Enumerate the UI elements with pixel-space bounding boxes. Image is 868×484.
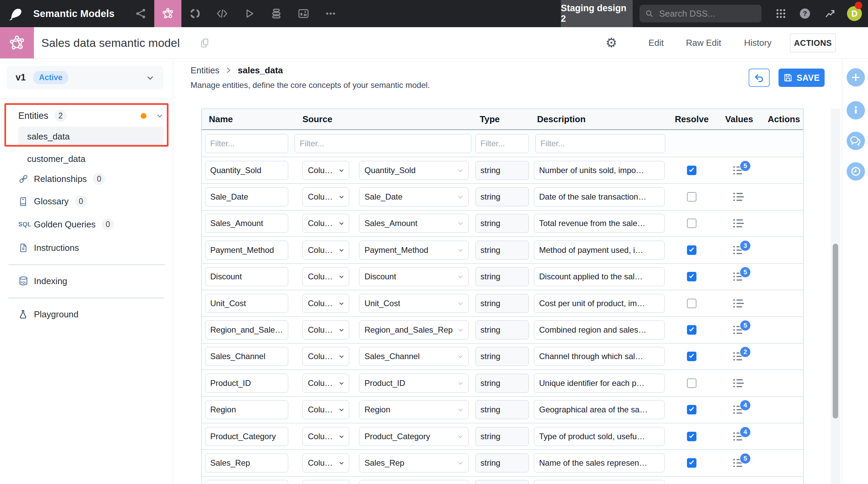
scrollbar-thumb[interactable]	[833, 244, 838, 418]
source-column-select[interactable]: Product_Category	[359, 427, 469, 446]
source-kind-select[interactable]: Column	[302, 374, 349, 393]
resolve-checkbox[interactable]	[687, 458, 696, 468]
source-kind-select[interactable]: Column	[302, 400, 349, 419]
entity-name-input[interactable]	[205, 347, 288, 366]
source-column-select[interactable]: Unit_Cost	[359, 294, 469, 313]
gear-icon[interactable]: ⚙	[606, 27, 617, 58]
entity-name-input[interactable]	[205, 187, 288, 206]
sidebar-item-customer-data[interactable]: customer_data	[18, 149, 163, 169]
filter-description-input[interactable]	[535, 134, 665, 153]
breadcrumb-entities[interactable]: Entities	[191, 65, 219, 76]
sidebar-item-sales-data[interactable]: sales_data	[18, 127, 163, 146]
comments-button[interactable]	[847, 132, 865, 150]
entity-name-input[interactable]	[205, 480, 288, 484]
entity-description-input[interactable]	[534, 294, 665, 313]
semantic-models-icon[interactable]	[154, 0, 181, 27]
run-icon[interactable]	[236, 0, 263, 27]
entity-type-input[interactable]	[475, 294, 529, 313]
resolve-checkbox[interactable]	[687, 378, 696, 388]
entity-name-input[interactable]	[205, 320, 288, 339]
apps-grid-icon[interactable]	[773, 0, 788, 27]
entity-type-input[interactable]	[475, 214, 529, 233]
values-list-button[interactable]: 5	[733, 458, 745, 468]
resolve-checkbox[interactable]	[687, 299, 696, 308]
save-button[interactable]: SAVE	[778, 69, 825, 87]
jobs-icon[interactable]	[263, 0, 290, 27]
entity-description-input[interactable]	[534, 320, 665, 339]
source-kind-select[interactable]: Column	[302, 320, 349, 339]
source-kind-select[interactable]: Column	[302, 214, 349, 233]
entity-type-input[interactable]	[475, 453, 529, 472]
entity-type-input[interactable]	[475, 400, 529, 419]
project-selector[interactable]: Staging design 2	[561, 0, 633, 27]
values-list-button[interactable]: 5	[733, 271, 745, 282]
entity-description-input[interactable]	[534, 453, 665, 472]
entity-name-input[interactable]	[205, 161, 288, 180]
search-input[interactable]	[658, 8, 756, 19]
search-bar[interactable]	[639, 5, 762, 22]
sidebar-item-glossary[interactable]: Glossary 0	[18, 192, 164, 210]
entity-type-input[interactable]	[475, 480, 529, 484]
source-kind-select[interactable]: Column	[302, 347, 349, 366]
resolve-checkbox[interactable]	[687, 432, 696, 441]
info-button[interactable]	[847, 101, 865, 119]
source-column-select[interactable]: Quantity_Sold	[359, 161, 469, 180]
entity-description-input[interactable]	[534, 427, 665, 446]
filter-source-input[interactable]	[295, 134, 471, 153]
source-kind-select[interactable]: Column	[302, 241, 349, 260]
lab-icon[interactable]	[181, 0, 209, 27]
add-button[interactable]	[847, 68, 865, 87]
resolve-checkbox[interactable]	[687, 272, 696, 281]
values-list-button[interactable]: 2	[733, 351, 745, 362]
source-kind-select[interactable]: Column	[302, 187, 349, 206]
version-selector[interactable]: v1 Active	[7, 66, 163, 89]
entity-description-input[interactable]	[534, 161, 665, 180]
source-kind-select[interactable]: Column	[302, 267, 349, 286]
source-column-select[interactable]: Discount	[359, 267, 469, 286]
raw-edit-link[interactable]: Raw Edit	[686, 27, 721, 58]
source-kind-select[interactable]: Column	[302, 427, 349, 446]
entity-name-input[interactable]	[205, 294, 288, 313]
resolve-checkbox[interactable]	[687, 245, 696, 255]
undo-button[interactable]	[749, 69, 770, 87]
entity-type-input[interactable]	[475, 320, 529, 339]
entity-description-input[interactable]	[534, 480, 665, 484]
edit-link[interactable]: Edit	[649, 27, 664, 58]
sidebar-item-indexing[interactable]: SQL Indexing	[18, 272, 164, 290]
entity-description-input[interactable]	[534, 267, 665, 286]
values-list-button[interactable]	[733, 191, 745, 202]
values-list-button[interactable]	[733, 378, 745, 389]
copy-icon[interactable]	[201, 38, 209, 48]
entity-type-input[interactable]	[475, 267, 529, 286]
source-kind-select[interactable]: Column	[302, 294, 349, 313]
entity-description-input[interactable]	[534, 241, 665, 260]
history-clock-button[interactable]	[847, 162, 865, 181]
entity-description-input[interactable]	[534, 214, 665, 233]
entity-name-input[interactable]	[205, 374, 288, 393]
source-kind-select[interactable]	[302, 480, 349, 484]
code-icon[interactable]	[209, 0, 236, 27]
entity-name-input[interactable]	[205, 453, 288, 472]
sidebar-item-golden-queries[interactable]: SQL Golden Queries 0	[18, 215, 164, 234]
resolve-checkbox[interactable]	[687, 352, 696, 361]
sidebar-item-instructions[interactable]: Instructions	[18, 239, 164, 257]
source-column-select[interactable]: Region_and_Sales_Rep	[359, 320, 469, 339]
resolve-checkbox[interactable]	[687, 192, 696, 202]
entity-type-input[interactable]	[475, 187, 529, 206]
values-list-button[interactable]: 4	[733, 404, 745, 415]
values-list-button[interactable]	[733, 218, 745, 229]
entity-description-input[interactable]	[534, 374, 665, 393]
help-icon[interactable]: ?	[797, 0, 812, 27]
values-list-button[interactable]: 4	[733, 431, 745, 442]
values-list-button[interactable]: 5	[733, 165, 745, 176]
source-column-select[interactable]: Sale_Date	[359, 187, 469, 206]
sidebar-item-relationships[interactable]: Relationships 0	[18, 170, 164, 188]
source-column-select[interactable]: Region	[359, 400, 469, 419]
entity-description-input[interactable]	[534, 187, 665, 206]
entity-type-input[interactable]	[475, 347, 529, 366]
values-list-button[interactable]: 5	[733, 324, 745, 335]
filter-name-input[interactable]	[205, 134, 288, 153]
vertical-scrollbar[interactable]	[831, 109, 840, 484]
entity-type-input[interactable]	[475, 427, 529, 446]
more-icon[interactable]	[317, 0, 344, 27]
